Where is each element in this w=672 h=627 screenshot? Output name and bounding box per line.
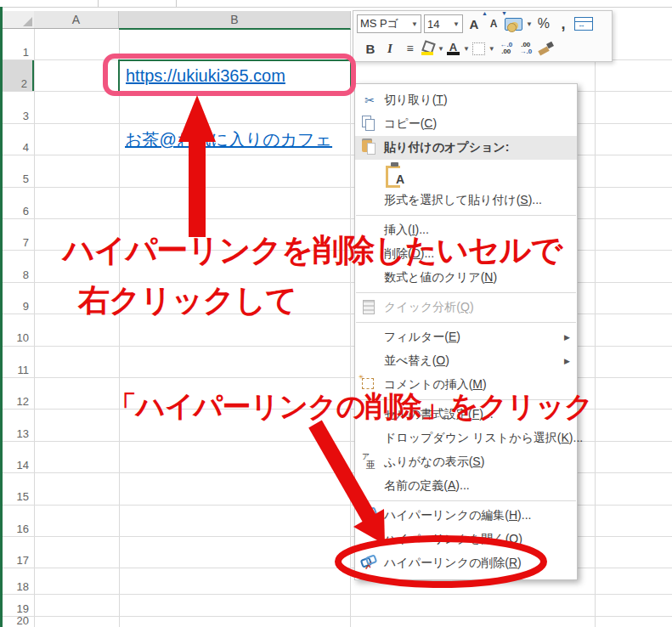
column-header-b[interactable]: B: [119, 11, 351, 30]
menu-item-icon-empty: [355, 429, 384, 448]
grow-font-button[interactable]: A▲: [466, 14, 483, 34]
menu-item-label: ふりがなの表示(S): [384, 455, 484, 470]
mini-toolbar: MS Pゴ ▼ 14 ▼ A▲ A▼ ▼ % , B I ≡ ▼: [353, 10, 613, 62]
row-header-19[interactable]: 19: [3, 595, 34, 616]
row-number: 6: [23, 205, 29, 217]
font-size-select[interactable]: 14 ▼: [424, 14, 463, 33]
row-number: 11: [18, 364, 30, 376]
annotation-text-1: ハイパーリンクを削除したいセルで: [63, 229, 562, 272]
borders-button[interactable]: ▼: [472, 38, 495, 59]
menu-item-label: 切り取り(T): [384, 93, 448, 108]
paste-keep-text-button[interactable]: A: [384, 162, 406, 186]
fx-divider: [176, 0, 177, 7]
menu-item-quick-analysis[interactable]: クイック分析(Q): [355, 296, 577, 319]
row-header-12[interactable]: 12: [3, 378, 34, 409]
row-number: 4: [23, 141, 29, 154]
gridline: [0, 616, 672, 617]
menu-item-sort[interactable]: 並べ替え(O)▶: [355, 349, 577, 373]
row-header-3[interactable]: 3: [3, 92, 34, 122]
menu-item-open-hyperlink[interactable]: ハイパーリンクを開く(O): [355, 528, 577, 551]
center-align-button[interactable]: ≡: [401, 38, 418, 59]
column-header-a[interactable]: A: [34, 11, 119, 29]
menu-item-edit-hyperlink[interactable]: ハイパーリンクの編集(H)...: [355, 504, 577, 528]
bold-button[interactable]: B: [362, 38, 379, 59]
borders-icon: [472, 42, 485, 55]
menu-separator: [356, 215, 576, 216]
italic-button[interactable]: I: [381, 38, 398, 59]
menu-item-paste-options[interactable]: 貼り付けのオプション:: [355, 136, 577, 160]
row-number: 14: [17, 459, 29, 472]
menu-item-define-name[interactable]: 名前の定義(A)...: [355, 474, 577, 498]
menu-item-label: ドロップダウン リストから選択(K)...: [384, 431, 583, 446]
row-header-8[interactable]: 8: [3, 251, 34, 281]
row-number: 5: [23, 172, 29, 185]
menu-item-label: ハイパーリンクの削除(R): [384, 556, 522, 571]
fill-color-button[interactable]: ▼: [421, 38, 444, 59]
row-number: 10: [17, 331, 29, 344]
row-header-10[interactable]: 10: [3, 314, 34, 345]
comma-style-button[interactable]: ,: [555, 14, 572, 34]
column-header-row: A B: [3, 11, 353, 29]
increase-decimal-button[interactable]: ←.0.00: [498, 38, 515, 59]
x-mark-icon: ✗: [364, 561, 373, 571]
clipboard-clip-icon: [391, 162, 398, 167]
decrease-decimal-button[interactable]: .00→.0: [517, 38, 534, 59]
menu-item-copy[interactable]: コピー(C): [355, 112, 577, 136]
menu-item-label: 形式を選択して貼り付け(S)...: [384, 193, 542, 208]
row-header-16[interactable]: 16: [3, 506, 34, 536]
phonetic-icon: ア亜: [355, 453, 384, 472]
merge-icon: [574, 17, 593, 31]
merge-center-button[interactable]: [574, 14, 593, 34]
menu-item-pick-from-list[interactable]: ドロップダウン リストから選択(K)...: [355, 426, 577, 450]
annotation-text-2: 右クリックして: [78, 280, 296, 322]
row-header-1[interactable]: 1: [3, 29, 34, 59]
menu-item-label: ハイパーリンクを開く(O): [384, 532, 522, 547]
menu-item-icon-empty: [355, 191, 384, 210]
row-number: 20: [17, 614, 29, 627]
shrink-font-icon: A: [490, 18, 498, 30]
menu-item-label: 並べ替え(O): [384, 353, 449, 369]
menu-item-label: 貼り付けのオプション:: [384, 140, 509, 155]
submenu-arrow-icon: ▶: [564, 333, 570, 342]
row-number: 3: [23, 110, 29, 122]
row-number: 7: [23, 236, 29, 249]
currency-icon: [505, 18, 522, 31]
font-color-button[interactable]: A▼: [447, 38, 470, 59]
row-header-13[interactable]: 13: [3, 410, 34, 440]
row-header-11[interactable]: 11: [3, 347, 34, 377]
row-header-9[interactable]: 9: [3, 283, 34, 314]
row-header-20[interactable]: 20: [3, 617, 34, 627]
percent-style-button[interactable]: %: [535, 14, 552, 34]
menu-item-paste-special[interactable]: 形式を選択して貼り付け(S)...: [355, 189, 577, 212]
row-header-2[interactable]: 2: [3, 60, 34, 91]
menu-item-show-phonetic[interactable]: ア亜ふりがなの表示(S): [355, 450, 577, 474]
row-header-17[interactable]: 17: [3, 537, 34, 568]
grow-font-icon: A: [470, 17, 479, 31]
row-header-6[interactable]: 6: [3, 188, 34, 218]
row-number: 12: [17, 395, 29, 408]
menu-item-cut[interactable]: ✂切り取り(T): [355, 88, 577, 112]
row-header-14[interactable]: 14: [3, 442, 34, 472]
menu-item-label: ハイパーリンクの編集(H)...: [384, 508, 531, 523]
format-painter-button[interactable]: [537, 38, 554, 59]
shrink-font-button[interactable]: A▼: [485, 14, 502, 34]
row-number: 18: [17, 580, 29, 593]
cell-b4-hyperlink[interactable]: お茶@お気に入りのカフェ: [125, 124, 332, 155]
row-header-15[interactable]: 15: [3, 473, 34, 504]
menu-item-filter[interactable]: フィルター(E)▶: [355, 325, 577, 349]
excel-screenshot: A B 1234567891011121314151617181920 http…: [0, 0, 672, 627]
row-header-7[interactable]: 7: [3, 219, 34, 250]
paste-icon: [355, 138, 384, 157]
formula-bar[interactable]: [0, 0, 672, 8]
row-header-5[interactable]: 5: [3, 155, 34, 186]
menu-item-remove-hyperlink[interactable]: ✗ハイパーリンクの削除(R): [355, 551, 577, 575]
brush-icon: [538, 42, 553, 55]
accounting-format-button[interactable]: ▼: [505, 14, 533, 34]
menu-item-label: 数式と値のクリア(N): [384, 270, 497, 285]
font-color-icon: A: [447, 41, 460, 56]
select-all-corner[interactable]: [3, 11, 35, 29]
font-name-select[interactable]: MS Pゴ ▼: [357, 14, 421, 33]
row-header-4[interactable]: 4: [3, 124, 34, 155]
row-number: 8: [23, 268, 29, 281]
row-header-18[interactable]: 18: [3, 568, 34, 594]
